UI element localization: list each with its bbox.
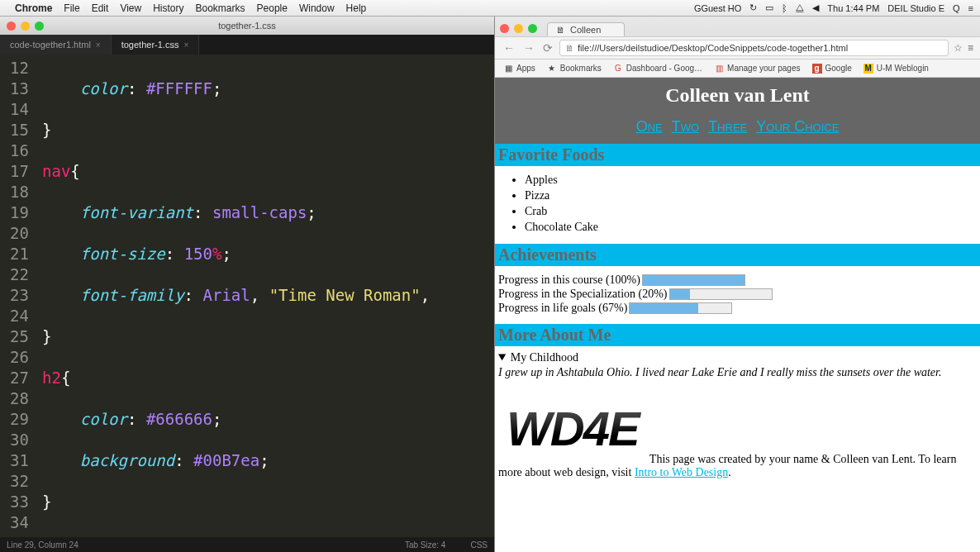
rendered-page: Colleen van Lent One Two Three Your Choi… xyxy=(495,78,980,552)
page-footer: WD4E This page was created by your name … xyxy=(495,384,980,486)
browser-toolbar: ← → ⟳ 🗎 file:///Users/deilstudioe/Deskto… xyxy=(495,36,980,59)
back-button[interactable]: ← xyxy=(502,41,516,55)
page-title: Colleen van Lent xyxy=(495,78,980,113)
browser-tab[interactable]: 🗎 Colleen xyxy=(547,22,625,36)
close-tab-icon[interactable]: × xyxy=(96,40,101,50)
browser-tab-title: Colleen xyxy=(570,25,601,35)
menu-bookmarks[interactable]: Bookmarks xyxy=(196,2,245,14)
url-bar[interactable]: 🗎 file:///Users/deilstudioe/Desktop/Code… xyxy=(559,40,949,56)
minimize-icon[interactable] xyxy=(514,24,523,33)
progress-bar xyxy=(669,288,773,300)
wd4e-logo: WD4E xyxy=(498,391,647,466)
code-lines[interactable]: color: #FFFFFF; } nav{ font-variant: sma… xyxy=(37,55,494,537)
achievement-row: Progress in life goals (67%) xyxy=(498,302,977,315)
achievement-row: Progress in the Specialization (20%) xyxy=(498,288,977,301)
page-nav: One Two Three Your Choice xyxy=(495,113,980,144)
close-icon[interactable] xyxy=(7,21,16,31)
mac-menubar: Chrome File Edit View History Bookmarks … xyxy=(0,0,980,17)
editor-statusbar: Line 29, Column 24 Tab Size: 4 CSS xyxy=(0,537,494,552)
achievement-label: Progress in the Specialization (20%) xyxy=(498,288,668,301)
bookmark-bookmarks[interactable]: ★Bookmarks xyxy=(547,64,602,74)
file-icon: 🗎 xyxy=(565,43,574,53)
reload-button[interactable]: ⟳ xyxy=(541,41,554,55)
list-item: Crab xyxy=(525,204,980,220)
bookmark-apps[interactable]: ▦Apps xyxy=(503,64,535,74)
star-icon[interactable]: ☆ xyxy=(954,42,963,54)
editor-tab-label: code-together1.html xyxy=(10,40,91,50)
footer-link[interactable]: Intro to Web Design xyxy=(635,466,728,478)
close-tab-icon[interactable]: × xyxy=(183,40,188,50)
menu-people[interactable]: People xyxy=(257,2,288,14)
zoom-icon[interactable] xyxy=(35,21,44,31)
nav-link-two[interactable]: Two xyxy=(672,118,699,135)
status-lang[interactable]: CSS xyxy=(470,540,488,550)
status-cursor: Line 29, Column 24 xyxy=(7,540,78,550)
list-item: Pizza xyxy=(525,188,980,204)
details-body: I grew up in Ashtabula Ohio. I lived nea… xyxy=(498,366,977,379)
url-text: file:///Users/deilstudioe/Desktop/CodeSn… xyxy=(578,43,848,53)
heading-achievements: Achievements xyxy=(495,244,980,266)
browser-tabbar: 🗎 Colleen xyxy=(495,17,980,36)
bookmarks-bar: ▦Apps ★Bookmarks GDashboard - Goog… ▥Man… xyxy=(495,59,980,78)
menu-file[interactable]: File xyxy=(64,2,79,14)
details-childhood[interactable]: My Childhood I grew up in Ashtabula Ohio… xyxy=(498,351,977,379)
sync-icon[interactable]: ↻ xyxy=(749,2,757,13)
menu-extras-icon[interactable]: ≡ xyxy=(968,3,973,13)
progress-bar xyxy=(642,274,745,286)
editor-window: together-1.css code-together1.html × tog… xyxy=(0,17,494,552)
menu-icon[interactable]: ≡ xyxy=(968,42,973,54)
list-item: Apples xyxy=(525,173,980,188)
status-net: GGuest HO xyxy=(694,3,741,13)
foods-list: Apples Pizza Crab Chocolate Cake xyxy=(495,166,980,244)
editor-tab-html[interactable]: code-together1.html × xyxy=(0,35,112,55)
bluetooth-icon[interactable]: ᛒ xyxy=(782,3,787,13)
line-gutter: 1213141516171819202122232425262728293031… xyxy=(0,55,37,537)
editor-tab-css[interactable]: together-1.css × xyxy=(112,35,200,55)
spotlight-icon[interactable]: Q xyxy=(953,3,960,13)
achievement-label: Progress in life goals (67%) xyxy=(498,302,627,315)
nav-link-choice[interactable]: Your Choice xyxy=(756,118,839,135)
menu-help[interactable]: Help xyxy=(346,2,367,14)
display-icon[interactable]: ▭ xyxy=(765,2,773,13)
wifi-icon[interactable]: ⧋ xyxy=(796,2,804,13)
bookmark-google[interactable]: gGoogle xyxy=(812,64,852,74)
bookmark-manage[interactable]: ▥Manage your pages xyxy=(714,64,800,74)
heading-foods: Favorite Foods xyxy=(495,144,980,166)
details-summary[interactable]: My Childhood xyxy=(498,351,977,364)
editor-tabs: code-together1.html × together-1.css × xyxy=(0,35,494,55)
menu-app[interactable]: Chrome xyxy=(15,2,52,14)
footer-text-end: . xyxy=(728,466,731,478)
bookmark-weblogin[interactable]: MU-M Weblogin xyxy=(863,64,929,74)
minimize-icon[interactable] xyxy=(21,21,30,31)
editor-tab-label: together-1.css xyxy=(121,40,179,50)
user-label[interactable]: DEIL Studio E xyxy=(887,3,944,13)
nav-link-three[interactable]: Three xyxy=(708,118,747,135)
status-tabsize[interactable]: Tab Size: 4 xyxy=(405,540,445,550)
menu-history[interactable]: History xyxy=(153,2,183,14)
achievement-label: Progress in this course (100%) xyxy=(498,274,640,287)
browser-window: 🗎 Colleen ← → ⟳ 🗎 file:///Users/deilstud… xyxy=(494,17,980,552)
volume-icon[interactable]: ◀ xyxy=(812,2,819,13)
code-area[interactable]: 1213141516171819202122232425262728293031… xyxy=(0,55,494,537)
menu-view[interactable]: View xyxy=(120,2,141,14)
zoom-icon[interactable] xyxy=(528,24,537,33)
progress-bar xyxy=(629,302,732,314)
editor-window-title: together-1.css xyxy=(218,21,276,31)
heading-more: More About Me xyxy=(495,324,980,346)
list-item: Chocolate Cake xyxy=(525,220,980,236)
bookmark-dashboard[interactable]: GDashboard - Goog… xyxy=(613,64,702,74)
page-icon: 🗎 xyxy=(556,25,565,35)
clock[interactable]: Thu 1:44 PM xyxy=(827,3,879,13)
close-icon[interactable] xyxy=(500,24,509,33)
achievement-row: Progress in this course (100%) xyxy=(498,274,977,287)
editor-titlebar: together-1.css xyxy=(0,17,494,35)
nav-link-one[interactable]: One xyxy=(636,118,663,135)
page-header: Colleen van Lent xyxy=(495,78,980,113)
menu-window[interactable]: Window xyxy=(299,2,335,14)
forward-button[interactable]: → xyxy=(521,41,536,55)
menu-edit[interactable]: Edit xyxy=(92,2,109,14)
